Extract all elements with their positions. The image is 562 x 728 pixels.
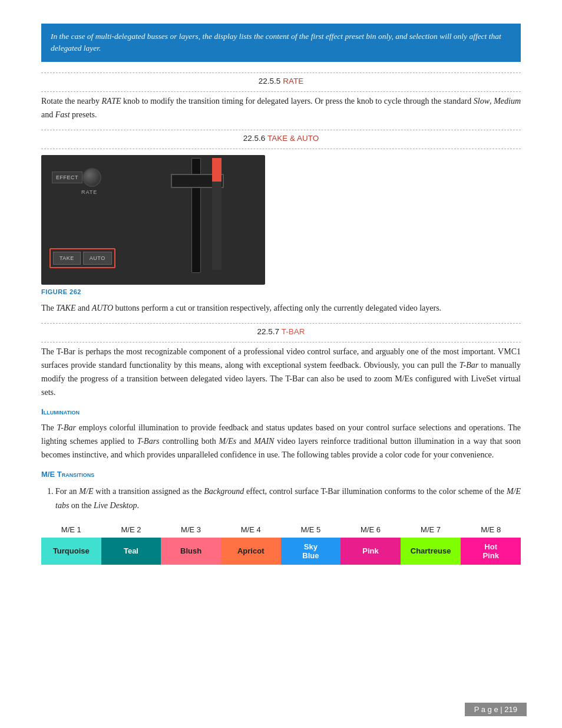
auto-button-hw: AUTO (83, 252, 112, 265)
figure-262-container: EFFECT RATE TAKE AU (41, 155, 521, 295)
effect-button: EFFECT (52, 172, 82, 183)
take-auto-row: TAKE AUTO (49, 248, 115, 268)
rate-body: Rotate the nearby RATE knob to modify th… (41, 94, 521, 121)
note-box: In the case of multi-delegated busses or… (41, 24, 521, 62)
illumination-heading: Illumination (41, 407, 521, 416)
cell-pink: Pink (340, 538, 401, 565)
me-transitions-list: For an M/E with a transition assigned as… (55, 485, 521, 512)
section-227-title: 22.5.7 T-BAR (41, 327, 521, 336)
me-color-table: M/E 1 M/E 2 M/E 3 M/E 4 M/E 5 M/E 6 M/E … (41, 522, 521, 565)
rate-knob-label: RATE (81, 189, 97, 195)
note-text: In the case of multi-delegated busses or… (51, 32, 501, 52)
divider-top-tbar (41, 323, 521, 324)
col-me5: M/E 5 (281, 522, 341, 538)
col-me8: M/E 8 (461, 522, 521, 538)
tbar-area (135, 155, 259, 285)
figure-caption: FIGURE 262 (41, 288, 521, 295)
tbar-dark-stripe (212, 182, 222, 270)
tbar-red-stripe (212, 158, 222, 182)
col-me1: M/E 1 (41, 522, 101, 538)
cell-chartreuse: Chartreuse (401, 538, 461, 565)
figure-262-image: EFFECT RATE TAKE AU (41, 155, 265, 285)
divider-top-take (41, 130, 521, 130)
cell-blush: Blush (161, 538, 221, 565)
me-transitions-heading: M/E Transitions (41, 470, 521, 479)
color-table-header-row: M/E 1 M/E 2 M/E 3 M/E 4 M/E 5 M/E 6 M/E … (41, 522, 521, 538)
divider-bottom-rate (41, 91, 521, 92)
page: In the case of multi-delegated busses or… (0, 0, 562, 728)
take-button-hw: TAKE (53, 252, 81, 265)
cell-apricot: Apricot (221, 538, 281, 565)
cell-skyblue: SkyBlue (281, 538, 341, 565)
section-225-title: 22.5.5 RATE (41, 77, 521, 85)
page-number: P a g e | 219 (474, 705, 517, 714)
color-table-data-row: Turquoise Teal Blush Apricot SkyBlue Pin… (41, 538, 521, 565)
illumination-body: The T-Bar employs colorful illumination … (41, 421, 521, 462)
page-footer: P a g e | 219 (465, 703, 527, 716)
col-me7: M/E 7 (401, 522, 461, 538)
cell-turquoise: Turquoise (41, 538, 101, 565)
col-me4: M/E 4 (221, 522, 281, 538)
col-me3: M/E 3 (161, 522, 221, 538)
rate-knob (82, 168, 101, 187)
cell-teal: Teal (101, 538, 161, 565)
col-me6: M/E 6 (340, 522, 401, 538)
section-226-title: 22.5.6 TAKE & AUTO (41, 134, 521, 143)
me-transitions-item1: For an M/E with a transition assigned as… (55, 485, 521, 512)
tbar-body1: The T-Bar is perhaps the most recognizab… (41, 345, 521, 399)
divider-bottom-take (41, 149, 521, 149)
divider-top-rate (41, 73, 521, 73)
cell-hotpink: HotPink (461, 538, 521, 565)
col-me2: M/E 2 (101, 522, 161, 538)
divider-bottom-tbar (41, 342, 521, 342)
take-auto-body: The TAKE and AUTO buttons perform a cut … (41, 301, 521, 315)
